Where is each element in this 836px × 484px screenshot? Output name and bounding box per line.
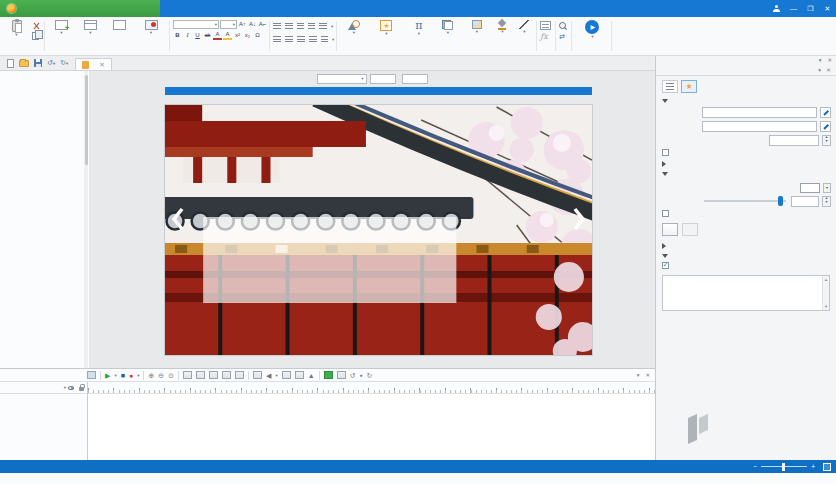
- section-accessibility[interactable]: [656, 251, 836, 260]
- symbol-button[interactable]: Ω: [253, 31, 262, 39]
- crop-range-icon[interactable]: [222, 371, 231, 379]
- increase-indent-icon[interactable]: [308, 23, 315, 29]
- stop-button[interactable]: ■: [121, 372, 125, 379]
- section-background-fill[interactable]: [656, 169, 836, 178]
- delete-range-icon[interactable]: [209, 371, 218, 379]
- strikethrough-button[interactable]: ab: [203, 31, 212, 39]
- opacity-stepper[interactable]: ▲▼: [822, 196, 831, 207]
- save-icon[interactable]: [34, 59, 42, 67]
- description-input[interactable]: [702, 121, 817, 132]
- copy-button[interactable]: [32, 31, 42, 40]
- subscript-button[interactable]: x₂: [243, 31, 252, 39]
- equation-button[interactable]: π▾: [405, 19, 432, 36]
- open-folder-icon[interactable]: [19, 60, 29, 67]
- undo-zoom-icon[interactable]: ↺: [350, 372, 356, 379]
- split-audio-icon[interactable]: [235, 371, 244, 379]
- auto-label-checkbox[interactable]: ✓: [662, 262, 669, 269]
- settings-icon[interactable]: [337, 371, 346, 379]
- canvas-width-input[interactable]: [370, 74, 396, 84]
- opacity-slider-thumb[interactable]: [778, 196, 783, 206]
- new-document-icon[interactable]: [7, 59, 14, 68]
- textarea-scrollbar[interactable]: ▲▼: [822, 276, 829, 310]
- arrange-button[interactable]: ▾: [434, 19, 461, 35]
- increase-font-button[interactable]: A↑: [238, 20, 247, 28]
- accessibility-textarea[interactable]: ▲▼: [662, 275, 830, 311]
- highlight-button[interactable]: A: [223, 30, 232, 40]
- document-tab[interactable]: ✕: [75, 58, 111, 70]
- underline-button[interactable]: U: [193, 31, 202, 39]
- line-button[interactable]: ▾: [514, 19, 534, 34]
- decrease-font-button[interactable]: A↓: [248, 20, 257, 28]
- find-button[interactable]: [559, 21, 569, 30]
- slides-panel-scrollbar[interactable]: [84, 71, 88, 368]
- edit-description-button[interactable]: [820, 121, 831, 132]
- panel-close-icon[interactable]: ✕: [826, 67, 831, 73]
- quick-style-button[interactable]: ▾: [463, 19, 490, 34]
- color-dropdown[interactable]: ▾: [823, 183, 831, 193]
- fit-to-window-icon[interactable]: [823, 463, 831, 471]
- record-screen-button[interactable]: ▾: [135, 19, 167, 35]
- timeline-ruler[interactable]: [88, 382, 655, 394]
- close-button[interactable]: ✕: [819, 0, 836, 17]
- italic-button[interactable]: I: [183, 31, 192, 39]
- zoom-slider-thumb[interactable]: [782, 463, 785, 471]
- record-narration-button[interactable]: ●: [129, 372, 133, 379]
- auto-advance-checkbox[interactable]: [662, 149, 669, 156]
- clear-formatting-button[interactable]: A⌐: [258, 20, 267, 28]
- reset-button[interactable]: [106, 19, 133, 30]
- html5-preview-button[interactable]: ▶▾: [575, 19, 609, 39]
- text-direction-icon[interactable]: [321, 36, 328, 42]
- align-center-icon[interactable]: [285, 36, 293, 42]
- tab-size-properties[interactable]: [662, 80, 678, 93]
- timeline-menu-icon[interactable]: ▾: [637, 372, 640, 378]
- redo-button[interactable]: ↻▾: [60, 59, 68, 67]
- dock-menu-icon[interactable]: ▾: [819, 57, 822, 63]
- apply-to-all-button[interactable]: [662, 223, 678, 236]
- fill-button[interactable]: ▾: [492, 19, 512, 34]
- opacity-slider[interactable]: [704, 200, 786, 202]
- minimize-button[interactable]: —: [785, 0, 802, 17]
- copy-range-icon[interactable]: [196, 371, 205, 379]
- fade-in-icon[interactable]: [282, 371, 291, 379]
- dot-icon[interactable]: ●: [359, 373, 362, 378]
- slide-canvas[interactable]: [165, 105, 592, 355]
- restore-button[interactable]: ❐: [802, 0, 819, 17]
- auto-label-row[interactable]: ✓: [656, 260, 836, 271]
- close-document-icon[interactable]: ✕: [97, 61, 104, 69]
- timeline-selector[interactable]: ▾: [0, 382, 87, 394]
- reference-button[interactable]: ƒx: [540, 32, 549, 41]
- zoom-slider[interactable]: [761, 466, 807, 468]
- dock-close-icon[interactable]: ✕: [827, 57, 832, 63]
- opacity-input[interactable]: [791, 196, 819, 207]
- color-swatch[interactable]: [800, 183, 820, 193]
- font-family-select[interactable]: ▾: [173, 20, 219, 29]
- numbered-list-icon[interactable]: [285, 23, 293, 29]
- line-spacing-icon[interactable]: [319, 23, 327, 29]
- reset-background-button[interactable]: [682, 223, 698, 236]
- font-color-button[interactable]: A: [213, 30, 222, 40]
- freeze-frame-icon[interactable]: ▲: [308, 372, 315, 379]
- section-background-image[interactable]: [656, 240, 836, 251]
- new-slide-button[interactable]: ▾: [48, 19, 75, 35]
- pin-icon[interactable]: ▾: [818, 67, 821, 73]
- title-text-box[interactable]: [203, 217, 456, 303]
- timeline-close-icon[interactable]: ✕: [645, 372, 650, 378]
- shapes-button[interactable]: ▾: [340, 19, 367, 35]
- zoom-in-button[interactable]: +: [811, 463, 815, 470]
- pane-toggle-icon[interactable]: [87, 371, 96, 379]
- audio-volume-icon[interactable]: ◀: [266, 372, 271, 379]
- zoom-out-button[interactable]: −: [753, 463, 757, 470]
- hide-background-graphics-checkbox[interactable]: [662, 210, 669, 217]
- size-preset-select[interactable]: ▾: [317, 74, 367, 84]
- bold-button[interactable]: B: [173, 31, 182, 39]
- duration-input[interactable]: [769, 135, 819, 146]
- name-input[interactable]: [702, 107, 817, 118]
- section-general[interactable]: [656, 96, 836, 105]
- decrease-indent-icon[interactable]: [297, 23, 304, 29]
- undo-button[interactable]: ↺▾: [47, 59, 55, 67]
- layout-button[interactable]: ▾: [77, 19, 104, 35]
- hide-background-graphics-row[interactable]: [656, 208, 836, 219]
- account-button[interactable]: [768, 0, 785, 17]
- section-layout-height[interactable]: [656, 158, 836, 169]
- app-menu-button[interactable]: [0, 0, 160, 17]
